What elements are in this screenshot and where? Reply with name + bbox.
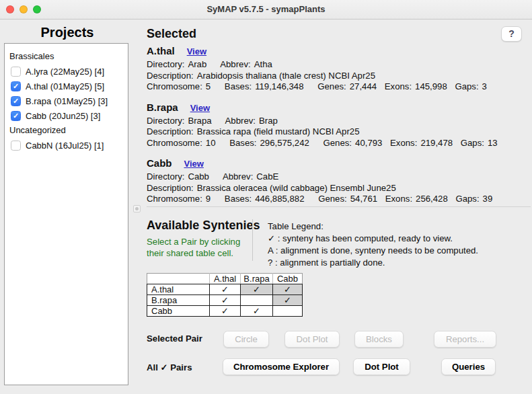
species-desc-line: Description:Brassica oleracea (wild cabb… [147,183,527,194]
species-name: Cabb [147,157,172,169]
synteny-cell-cabb-brapa[interactable]: ✓ [241,306,273,317]
field-value: 39 [483,194,493,204]
projects-panel: Projects Brassicales A.lyra (22May25) [4… [0,19,135,394]
synteny-table: A.thal B.rapa Cabb A.thal ✓ ✓ ✓ B.rapa ✓… [147,273,303,317]
species-name: A.thal [147,45,175,56]
field-label: Chromosome: [147,194,202,204]
minimize-button[interactable] [20,5,28,13]
col-header-cabb: Cabb [273,274,303,284]
field-value: 54,761 [350,194,377,204]
project-group-uncategorized: Uncategorized [5,123,128,138]
queries-button[interactable]: Queries [441,358,496,375]
species-stats-line: Chromosome:5 Bases:119,146,348 Genes:27,… [147,81,527,93]
checkbox-cabb[interactable] [11,111,21,121]
synteny-cell-athal-brapa[interactable]: ✓ [241,284,273,295]
project-item-label: A.lyra (22May25) [4] [26,67,104,77]
species-section-cabb: Cabb View Directory:Cabb Abbrev:CabE Des… [147,157,527,205]
projects-list: Brassicales A.lyra (22May25) [4] A.thal … [4,43,128,385]
reports-button[interactable]: Reports... [434,331,496,348]
field-label: Gaps: [461,138,484,148]
synteny-cell-cabb-athal[interactable]: ✓ [210,306,241,317]
project-item-label: A.thal (01May25) [5] [26,81,104,91]
circle-button[interactable]: Circle [223,331,269,348]
synteny-row-athal: A.thal ✓ ✓ ✓ [147,284,303,295]
species-desc-line: Description:Brassica rapa (field mustard… [147,126,527,138]
row-header-cabb: Cabb [147,306,210,317]
project-item-athal[interactable]: A.thal (01May25) [5] [5,79,128,93]
field-label: Exons: [385,194,412,204]
dot-plot-all-button[interactable]: Dot Plot [353,358,410,375]
legend-line-check: ✓ : synteny has been computed, ready to … [268,233,478,245]
synteny-cell-brapa-athal[interactable]: ✓ [210,295,241,306]
checkbox-cabbn[interactable] [11,141,21,151]
project-item-label: Cabb (20Jun25) [3] [26,111,100,121]
checkbox-brapa[interactable] [11,96,21,106]
view-link-athal[interactable]: View [187,46,206,56]
species-name: B.rapa [147,102,178,113]
field-label: Description: [147,126,194,136]
pair-select-hint: Select a Pair by clicking their shared t… [147,236,240,259]
species-stats-line: Chromosome:10 Bases:296,575,242 Genes:40… [147,138,527,149]
field-label: Abbrev: [223,171,253,182]
field-label: Chromosome: [147,81,202,91]
synteny-cell-athal-athal[interactable]: ✓ [210,284,241,295]
checkbox-alyra[interactable] [11,67,21,77]
view-link-cabb[interactable]: View [184,159,204,169]
chromosome-explorer-button[interactable]: Chromosome Explorer [223,358,340,375]
synteny-cell-athal-cabb[interactable]: ✓ [273,284,303,295]
dot-plot-selected-button[interactable]: Dot Plot [284,331,340,348]
close-button[interactable] [6,5,14,13]
project-item-cabbn[interactable]: CabbN (16Jul25) [1] [5,138,128,153]
traffic-lights [6,5,41,13]
field-value: 145,998 [415,81,447,91]
project-item-alyra[interactable]: A.lyra (22May25) [4] [5,64,128,79]
species-dir-line: Directory:Brapa Abbrev:Brap [147,116,527,127]
blocks-button[interactable]: Blocks [354,331,404,348]
field-label: Description: [147,71,194,81]
project-item-cabb[interactable]: Cabb (20Jun25) [3] [5,108,128,123]
maximize-button[interactable] [33,5,41,13]
project-item-label: CabbN (16Jul25) [1] [26,141,104,151]
view-link-brapa[interactable]: View [190,103,210,113]
checkbox-athal[interactable] [11,81,21,91]
legend-line-align: A : alignment is done, synteny needs to … [268,245,478,257]
section-divider [147,206,531,207]
help-button[interactable]: ? [501,26,522,42]
species-section-brapa: B.rapa View Directory:Brapa Abbrev:Brap … [147,102,527,149]
field-label: Exons: [385,81,412,91]
field-label: Directory: [147,59,184,69]
selected-title: Selected [147,27,196,41]
field-value: CabE [256,171,278,182]
titlebar: SyMAP v5.7.5 - symapPlants [0,0,532,19]
field-value: 119,146,348 [255,81,303,91]
field-value: Brassica rapa (field mustard) NCBI Apr25 [197,126,360,136]
row-header-athal: A.thal [147,284,210,295]
field-value: 5 [206,81,211,91]
field-value: 446,885,882 [255,194,304,204]
field-label: Gaps: [455,194,479,204]
field-value: 256,428 [416,194,448,204]
field-label: Genes: [317,81,346,91]
field-label: Bases: [225,81,252,91]
legend-line-partial: ? : alignment is partially done. [268,257,478,269]
field-value: Atha [254,59,272,69]
table-legend: Table Legend: ✓ : synteny has been compu… [268,221,478,269]
selected-pair-label: Selected Pair [147,333,202,344]
field-value: 27,444 [350,81,377,91]
field-label: Bases: [229,138,256,148]
legend-divider [252,219,253,261]
field-label: Exons: [390,138,417,148]
field-label: Gaps: [455,81,478,91]
field-label: Directory: [147,116,184,126]
field-label: Abbrev: [220,59,250,69]
field-value: 296,575,242 [260,138,309,148]
species-section-athal: A.thal View Directory:Arab Abbrev:Atha D… [147,45,527,93]
synteny-cell-cabb-cabb[interactable] [273,306,303,317]
field-value: Brapa [188,116,211,126]
project-item-brapa[interactable]: B.rapa (01May25) [3] [5,93,128,108]
synteny-cell-brapa-brapa[interactable] [241,295,273,306]
species-dir-line: Directory:Arab Abbrev:Atha [147,59,527,71]
splitter-handle-icon[interactable] [133,205,141,212]
available-syntenies-title: Available Syntenies [147,219,260,233]
synteny-cell-brapa-cabb[interactable]: ✓ [273,295,303,306]
